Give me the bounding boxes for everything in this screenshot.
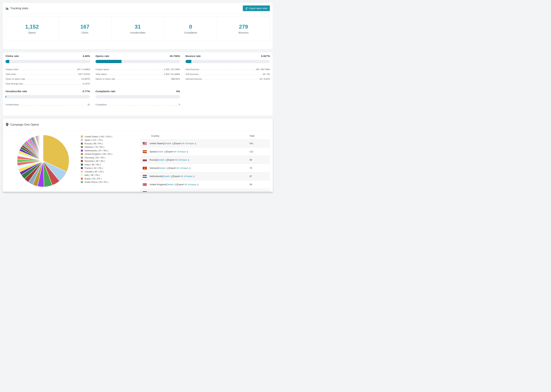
total-cell: 59 [249,183,270,186]
legend-item[interactable]: Italy ( 36 / 2% ) [81,173,140,177]
export-all-link[interactable]: All › [174,150,178,153]
legend-item[interactable]: India ( 46 / 3% ) [81,163,140,166]
legend-item[interactable]: Netherlands ( 67 / 4% ) [81,149,140,152]
stat-row: Total clicks220 / 5.87% [6,71,90,76]
legend-label: United States ( 541 / 31% ) [85,135,112,138]
legend-label: France ( 42 / 2% ) [85,167,103,169]
dotted-leader [24,84,81,84]
country-cell: Vietnam [Details ›] [Export: All › / Uni… [140,167,249,169]
rate-value: 0.77% [83,90,90,93]
legend-swatch [81,160,83,162]
stat-row: Complaints0 [95,101,180,106]
legend-item[interactable]: Romania ( 49 / 3% ) [81,159,140,163]
export-unique-link[interactable]: Unique › [178,150,187,153]
rate-head: Unsubscribe rate0.77% [6,90,90,93]
country-cell: United States [Details ›] [Export: All ›… [140,142,249,145]
export-all-link[interactable]: All › [184,183,188,186]
stat-value: 31 [135,24,141,30]
total-cell: 86 [249,159,270,161]
details-link[interactable]: Details › [159,167,167,169]
export-unique-link[interactable]: Unique › [185,175,194,177]
total-cell: 67 [249,175,270,177]
map-pin-icon [6,123,8,126]
details-link[interactable]: Details › [164,142,173,145]
progress-bar [185,60,270,63]
details-link[interactable]: Details › [156,150,165,153]
stat-row-value: 220 / 5.87% [77,73,90,76]
rate-value: 30.736% [170,55,180,57]
campaign-geo-opens-card: Campaign Geo Opens United States ( 541 /… [3,119,273,192]
legend-label: South Africa ( 29 / 2% ) [85,181,108,183]
stat-row-value: 4.147% [81,83,90,85]
export-unique-link[interactable]: Unique › [180,159,188,161]
country-cell: Russia [Details ›] [Export: All › / Uniq… [140,159,249,161]
country-name: Netherlands [149,175,162,177]
details-link[interactable]: Details › [160,191,168,192]
legend-item[interactable]: France ( 42 / 2% ) [81,166,140,170]
geo-pie-chart [17,134,70,188]
legend-swatch [81,177,83,180]
export-basic-stats-button[interactable]: Export basic stats [243,6,270,11]
total-cell: 541 [249,142,270,145]
stat-card: 31Unsubscribes [111,17,164,41]
country-name: Spain [149,150,155,153]
progress-fill [6,60,9,63]
progress-bar [6,95,90,98]
country-name: United States [149,142,163,145]
country-name: Vietnam [149,167,158,169]
legend-swatch [81,135,83,138]
country-cell: Germany [Details ›] [Export: All › / Uni… [140,191,249,192]
progress-bar [6,60,90,63]
stat-row-label: Hard bounces [185,68,200,71]
country-name: Russia [149,159,156,161]
table-header-total: Total [249,135,270,137]
legend-swatch [81,142,83,145]
export-unique-link[interactable]: Unique › [182,191,191,192]
total-cell: 79 [249,167,270,169]
stat-row: Unsubscribes31 [6,101,90,106]
details-link[interactable]: Details › [163,175,171,177]
stat-value: 0 [189,24,192,30]
export-all-link[interactable]: All › [175,159,179,161]
legend-item[interactable]: Spain ( 121 / 7% ) [81,138,140,142]
stat-row: Unique opens1,152 / 30.736% [95,66,180,71]
legend-swatch [81,167,83,169]
rate-title: Unsubscribe rate [6,90,27,93]
stat-row: Clicks to opens rate14.497% [6,76,90,81]
stat-row-value: 242 / 86.738% [255,68,270,71]
geo-body: United States ( 541 / 31% )Spain ( 121 /… [3,131,273,192]
stat-row-label: Total opens [95,73,108,76]
export-all-link[interactable]: All › [177,167,180,169]
export-unique-link[interactable]: Unique › [181,167,190,169]
legend-item[interactable]: Vietnam ( 79 / 5% ) [81,145,140,149]
export-unique-link[interactable]: Unique › [186,142,195,145]
stat-card: 0Complaints [164,17,217,41]
legend-item[interactable]: Brazil ( 33 / 2% ) [81,177,140,181]
legend-item[interactable]: South Africa ( 29 / 2% ) [81,181,140,184]
rate-head: Clicks rate4.46% [6,55,90,57]
export-all-link[interactable]: All › [180,175,184,177]
details-link[interactable]: Details › [167,183,175,186]
export-unique-link[interactable]: Unique › [189,183,198,186]
details-link[interactable]: Details › [157,159,166,161]
rate-value: 0% [176,90,180,93]
export-all-link[interactable]: All › [182,142,186,145]
stats-summary-box: 1,152Opens167Clicks31Unsubscribes0Compla… [6,17,270,41]
country-flag-gb [143,183,147,186]
legend-item[interactable]: Canada ( 40 / 2% ) [81,170,140,173]
stat-card: 279Bounces [217,17,270,41]
tracking-stats-title: Tracking stats [6,7,28,10]
country-cell: Netherlands [Details ›] [Export: All › /… [140,175,249,178]
table-row: Russia [Details ›] [Export: All › / Uniq… [140,156,270,164]
legend-label: Germany ( 55 / 3% ) [85,156,106,159]
legend-item[interactable]: Russia ( 86 / 5% ) [81,142,140,145]
export-all-link[interactable]: All › [177,191,181,192]
legend-label: Russia ( 86 / 5% ) [85,142,103,145]
rate-block: Unsubscribe rate0.77%Unsubscribes31 [6,90,90,106]
legend-item[interactable]: Germany ( 55 / 3% ) [81,156,140,159]
geo-table: Country Total United States [Details ›] … [140,132,270,192]
table-row: Vietnam [Details ›] [Export: All › / Uni… [140,164,270,172]
legend-label: Italy ( 36 / 2% ) [85,174,100,176]
legend-item[interactable]: United Kingdom ( 59 / 3% ) [81,152,140,156]
legend-item[interactable]: United States ( 541 / 31% ) [81,135,140,138]
